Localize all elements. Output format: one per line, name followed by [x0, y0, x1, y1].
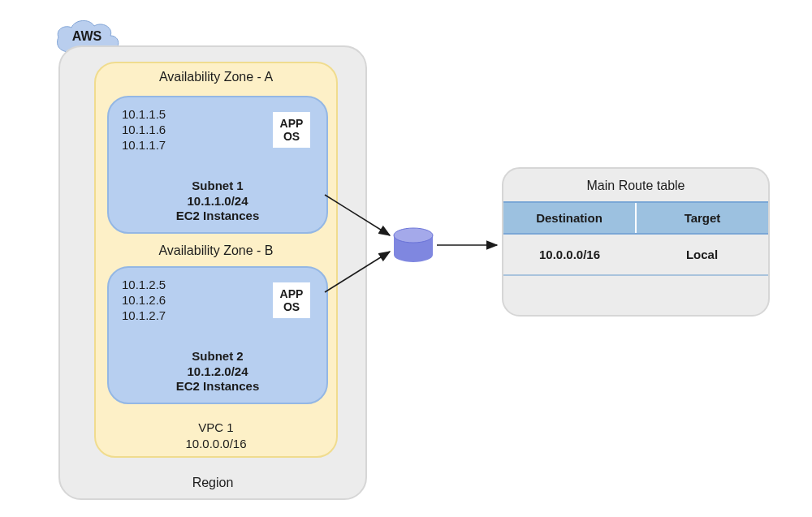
app-os-box: APP OS [273, 112, 310, 148]
subnet-name: Subnet 1 [109, 179, 326, 194]
os-label: OS [283, 130, 300, 143]
subnet-2-footer: Subnet 2 10.1.2.0/24 EC2 Instances [109, 349, 326, 394]
region-label: Region [60, 476, 365, 490]
router-icon [392, 227, 434, 263]
svg-point-2 [394, 228, 433, 243]
vpc-name: VPC 1 [96, 420, 336, 436]
os-label: OS [283, 300, 300, 313]
route-header-target: Target [637, 203, 768, 233]
diagram-canvas: AWS Region Availability Zone - A 10.1.1.… [0, 0, 812, 517]
app-os-box: APP OS [273, 282, 310, 318]
vpc-cidr: 10.0.0.0/16 [96, 436, 336, 452]
subnet-instances: EC2 Instances [109, 209, 326, 224]
route-table-box: Main Route table Destination Target 10.0… [502, 167, 770, 317]
subnet-1-box: 10.1.1.5 10.1.1.6 10.1.1.7 APP OS Subnet… [107, 96, 328, 234]
route-target-value: Local [636, 235, 768, 274]
app-label: APP [280, 117, 304, 130]
subnet-cidr: 10.1.1.0/24 [109, 194, 326, 209]
vpc-footer: VPC 1 10.0.0.0/16 [96, 420, 336, 451]
subnet-instances: EC2 Instances [109, 379, 326, 394]
app-label: APP [280, 287, 304, 300]
subnet-name: Subnet 2 [109, 349, 326, 364]
availability-zone-a-label: Availability Zone - A [96, 70, 336, 84]
region-box: Region Availability Zone - A 10.1.1.5 10… [58, 45, 367, 500]
vpc-box: Availability Zone - A 10.1.1.5 10.1.1.6 … [94, 62, 338, 458]
route-table-title: Main Route table [503, 169, 768, 201]
route-header-destination: Destination [503, 203, 637, 233]
route-destination-value: 10.0.0.0/16 [503, 235, 636, 274]
subnet-2-box: 10.1.2.5 10.1.2.6 10.1.2.7 APP OS Subnet… [107, 266, 328, 404]
route-table-headers: Destination Target [503, 201, 768, 235]
subnet-cidr: 10.1.2.0/24 [109, 364, 326, 380]
table-row: 10.0.0.0/16 Local [503, 235, 768, 276]
availability-zone-b-label: Availability Zone - B [96, 243, 336, 258]
subnet-1-footer: Subnet 1 10.1.1.0/24 EC2 Instances [109, 179, 326, 224]
